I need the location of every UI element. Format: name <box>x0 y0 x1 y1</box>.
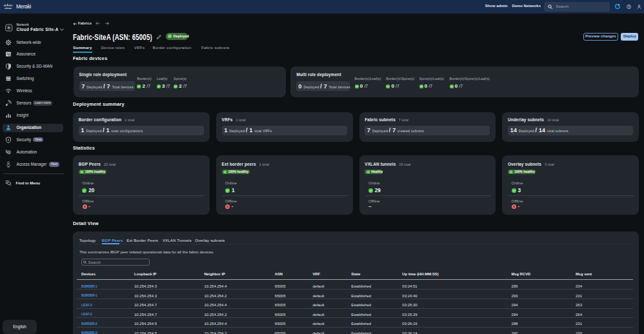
svg-text:cisco: cisco <box>5 6 12 10</box>
